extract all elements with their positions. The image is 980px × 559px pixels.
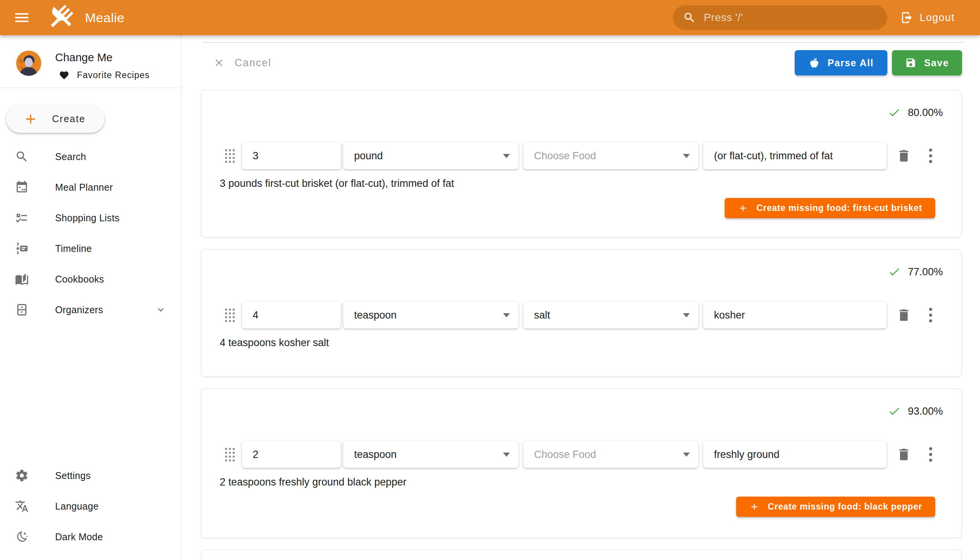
logout-icon — [901, 11, 913, 24]
cancel-button[interactable]: Cancel — [213, 57, 271, 69]
plus-icon — [749, 501, 760, 512]
heart-icon — [59, 70, 69, 80]
save-button[interactable]: Save — [892, 50, 962, 75]
logout-label: Logout — [919, 12, 955, 24]
create-button[interactable]: Create — [6, 105, 104, 133]
mealie-app: Mealie Press '/' Logout — [0, 0, 980, 559]
confidence-check-icon — [888, 106, 901, 119]
quantity-input[interactable] — [242, 142, 341, 169]
ingredient-list: 80.00% pound Choose Food — [201, 90, 962, 559]
global-search-input[interactable]: Press '/' — [673, 5, 887, 30]
checklist-icon — [15, 211, 29, 225]
sidebar-divider — [0, 88, 181, 88]
confidence-value: 80.00% — [908, 107, 943, 119]
user-name: Change Me — [55, 51, 150, 64]
parser-toolbar: Cancel Parse All Save — [182, 50, 980, 75]
more-options-icon[interactable] — [927, 446, 934, 463]
search-icon — [15, 150, 29, 164]
create-label: Create — [52, 113, 85, 124]
calendar-icon — [15, 180, 29, 194]
delete-icon[interactable] — [896, 148, 911, 164]
sidebar-bottom-nav: Settings Language Dark Mode — [0, 460, 181, 559]
confidence-check-icon — [888, 265, 901, 278]
note-input[interactable] — [703, 441, 887, 468]
favorite-recipes-link[interactable]: Favorite Recipes — [55, 70, 150, 80]
brand[interactable]: Mealie — [46, 3, 124, 32]
sidebar-item-language[interactable]: Language — [0, 491, 181, 521]
content-top-divider — [203, 42, 965, 43]
original-ingredient-text: 4 teaspoons kosher salt — [220, 337, 943, 349]
avatar[interactable] — [16, 51, 41, 76]
delete-icon[interactable] — [896, 447, 911, 462]
favorite-recipes-label: Favorite Recipes — [77, 70, 150, 80]
sidebar-item-cookbooks[interactable]: Cookbooks — [0, 264, 181, 294]
more-options-icon[interactable] — [927, 306, 934, 324]
unit-select[interactable]: teaspoon — [344, 441, 518, 468]
quantity-input[interactable] — [242, 302, 341, 329]
caret-down-icon — [683, 154, 690, 158]
sidebar-item-search[interactable]: Search — [0, 141, 181, 172]
timeline-icon — [15, 241, 29, 255]
book-icon — [15, 272, 29, 286]
floppy-icon — [905, 57, 916, 69]
caret-down-icon — [503, 154, 510, 158]
logout-button[interactable]: Logout — [901, 11, 955, 24]
moon-icon — [15, 530, 29, 544]
cabinet-icon — [15, 303, 29, 317]
ingredient-parser-main: Cancel Parse All Save — [182, 35, 980, 559]
sidebar-item-meal-planner[interactable]: Meal Planner — [0, 172, 181, 203]
note-input[interactable] — [703, 302, 887, 329]
create-missing-food-button[interactable]: Create missing food: black pepper — [736, 496, 935, 517]
ingredient-card: 77.00% teaspoon salt — [201, 249, 962, 377]
ingredient-card: 80.00% pound Choose Food — [201, 90, 962, 237]
more-options-icon[interactable] — [927, 147, 934, 165]
sidebar-item-organizers[interactable]: Organizers — [0, 294, 181, 325]
caret-down-icon — [503, 453, 510, 457]
mealie-logo-icon — [46, 3, 75, 32]
plus-icon — [738, 203, 748, 213]
confidence-value: 93.00% — [908, 405, 943, 417]
drag-handle[interactable] — [225, 448, 235, 461]
chevron-down-icon — [155, 304, 167, 316]
ingredient-card: 93.00% teaspoon Choose Food — [201, 389, 962, 538]
confidence-check-icon — [888, 405, 901, 418]
user-profile: Change Me Favorite Recipes — [0, 35, 181, 88]
food-select[interactable]: Choose Food — [523, 142, 698, 169]
quantity-input[interactable] — [242, 441, 341, 468]
delete-icon[interactable] — [896, 308, 911, 323]
create-missing-food-button[interactable]: Create missing food: first-cut brisket — [725, 198, 935, 218]
app-bar: Mealie Press '/' Logout — [0, 0, 980, 35]
menu-icon[interactable] — [13, 9, 31, 26]
caret-down-icon — [683, 453, 690, 457]
caret-down-icon — [503, 313, 510, 318]
app-title: Mealie — [85, 10, 124, 25]
sidebar: Change Me Favorite Recipes Create Search — [0, 35, 182, 559]
note-input[interactable] — [703, 142, 887, 169]
food-select[interactable]: salt — [523, 302, 698, 329]
unit-select[interactable]: pound — [344, 142, 518, 169]
plus-icon — [23, 111, 38, 127]
sidebar-item-settings[interactable]: Settings — [0, 460, 181, 491]
drag-handle[interactable] — [225, 149, 235, 163]
unit-select[interactable]: teaspoon — [344, 302, 518, 329]
caret-down-icon — [683, 313, 690, 318]
sidebar-item-shopping-lists[interactable]: Shopping Lists — [0, 203, 181, 233]
ingredient-card-partial — [201, 550, 962, 559]
original-ingredient-text: 2 teaspoons freshly ground black pepper — [220, 476, 943, 488]
sidebar-nav: Search Meal Planner Shopping Lists — [0, 141, 181, 325]
sidebar-item-timeline[interactable]: Timeline — [0, 233, 181, 264]
sidebar-item-dark-mode[interactable]: Dark Mode — [0, 521, 181, 552]
confidence-value: 77.00% — [908, 266, 943, 278]
search-icon — [683, 11, 696, 24]
drag-handle[interactable] — [225, 309, 235, 322]
parse-all-button[interactable]: Parse All — [795, 50, 887, 75]
apple-icon — [808, 57, 820, 69]
food-select[interactable]: Choose Food — [523, 441, 698, 468]
translate-icon — [15, 499, 29, 513]
gear-icon — [15, 469, 29, 483]
close-icon — [213, 57, 225, 69]
search-placeholder: Press '/' — [704, 12, 743, 24]
original-ingredient-text: 3 pounds first-cut brisket (or flat-cut)… — [220, 178, 943, 190]
